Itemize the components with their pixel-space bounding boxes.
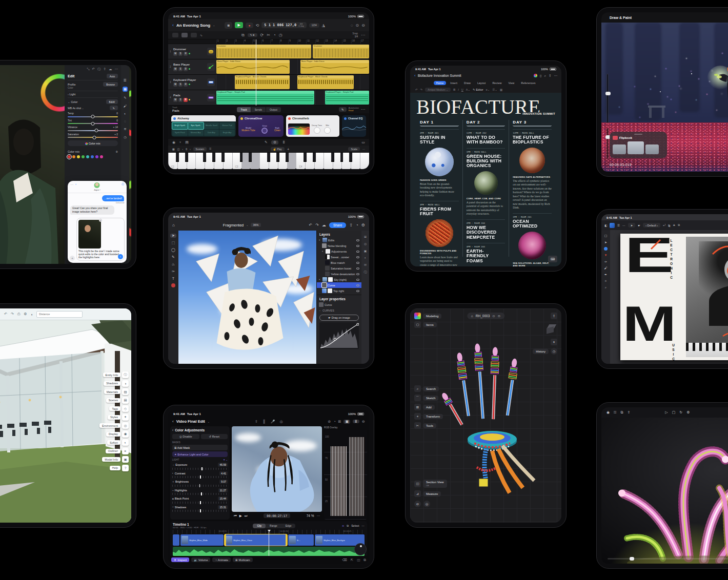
- bar-ruler[interactable]: 1234567891011121314151617: [168, 39, 369, 44]
- piano-keyboard[interactable]: C2 C3 C4: [168, 152, 369, 169]
- add-attachment-button[interactable]: +: [70, 256, 75, 261]
- mic-icon[interactable]: 🎤: [271, 420, 275, 424]
- visibility-icon[interactable]: [356, 251, 359, 253]
- eyedropper-icon[interactable]: ✎: [110, 106, 118, 110]
- layer-row[interactable]: ▾Sky (right): [317, 277, 361, 282]
- notifications-icon[interactable]: ◖: [31, 313, 33, 316]
- browse-button[interactable]: Browse: [103, 82, 118, 87]
- automation-icon[interactable]: ∿: [200, 33, 203, 37]
- solo-button[interactable]: S: [178, 67, 183, 71]
- tools-icon[interactable]: ✂: [414, 422, 421, 429]
- panel-button[interactable]: Display◉: [106, 431, 129, 438]
- record-enable-button[interactable]: R: [184, 67, 188, 71]
- text-color-icon[interactable]: A⌄: [466, 88, 470, 91]
- copy-icon[interactable]: ⧉: [347, 524, 349, 528]
- mute-button[interactable]: M: [173, 82, 177, 87]
- more-icon[interactable]: ⋯: [362, 148, 365, 151]
- layer-row[interactable]: Noise blending: [317, 243, 361, 248]
- visibility-icon[interactable]: [356, 262, 359, 264]
- wand-icon[interactable]: ✦ ⌄: [223, 459, 228, 461]
- solo-button[interactable]: S: [178, 82, 183, 87]
- crop-tool-icon[interactable]: ⌗: [605, 279, 606, 283]
- wb-value[interactable]: As shot: [72, 107, 81, 110]
- drag-handle[interactable]: [634, 134, 642, 135]
- select-tool-icon[interactable]: ▢: [604, 234, 608, 237]
- font-selector[interactable]: Antipol Medium ⌄: [425, 88, 451, 92]
- style-value[interactable]: Clean: [274, 129, 280, 132]
- panel-button[interactable]: Shadows◑: [104, 380, 129, 387]
- foreground-color-swatch[interactable]: [171, 283, 175, 287]
- piano-white-key[interactable]: [214, 153, 223, 169]
- versions-icon[interactable]: ≋: [124, 127, 126, 131]
- channel-eq-plugin[interactable]: Channel EQ: [342, 115, 366, 137]
- curves-graph[interactable]: [319, 322, 359, 349]
- lcd-display[interactable]: 5 1 1 086 127,0 4/4C maj: [261, 22, 306, 29]
- arrange-icon[interactable]: ✛: [287, 148, 289, 151]
- more-icon[interactable]: ⋯: [361, 107, 365, 112]
- panel-button[interactable]: Environment◎: [99, 422, 129, 429]
- playhead[interactable]: [256, 39, 256, 106]
- animate-button[interactable]: ◔ Animate: [212, 557, 231, 562]
- tuner-icon[interactable]: ◉: [172, 140, 175, 144]
- model-value[interactable]: Modern Tube: [241, 129, 255, 132]
- mode-tab[interactable]: Edge: [281, 524, 296, 528]
- piano-white-key[interactable]: [360, 153, 369, 169]
- menu-icon[interactable]: ☰: [617, 224, 620, 227]
- auto-button[interactable]: Auto: [107, 74, 118, 78]
- split-icon[interactable]: ◫: [357, 558, 360, 562]
- history-clock-icon[interactable]: ◷: [551, 348, 557, 355]
- view-settings-icon[interactable]: ✦: [551, 339, 557, 345]
- color-section[interactable]: Color: [71, 100, 77, 103]
- panel-button[interactable]: Help?: [110, 465, 129, 471]
- eyedropper-tool-icon[interactable]: ✑: [172, 270, 175, 274]
- zoom-level[interactable]: 36%: [251, 223, 260, 227]
- keyboard-icon[interactable]: [207, 78, 215, 86]
- solo-button[interactable]: S: [178, 98, 183, 102]
- prev-frame-icon[interactable]: ⏮: [234, 514, 237, 518]
- add-icon[interactable]: ⊞: [414, 404, 421, 410]
- info-icon[interactable]: ⓘ: [97, 67, 101, 72]
- piano-white-key[interactable]: [287, 153, 296, 169]
- region[interactable]: Keyboard Player - Simple Pad: [216, 91, 314, 105]
- zoom-level[interactable]: 74 %: [307, 514, 314, 517]
- editor-button[interactable]: ✎ Editor: [473, 88, 483, 91]
- track-name[interactable]: Pads: [173, 94, 206, 97]
- preset-cell[interactable]: Bright Synth: [172, 122, 188, 129]
- piano-white-key[interactable]: [223, 153, 232, 169]
- temp-slider[interactable]: Temp0: [68, 112, 118, 117]
- bold-button[interactable]: B: [453, 88, 455, 91]
- brush-size-slider[interactable]: [606, 74, 609, 123]
- exposure-slider[interactable]: ☼Exposure45.59: [172, 463, 228, 470]
- select-button[interactable]: Select: [351, 524, 359, 527]
- play-mode-button[interactable]: ☝ Play: [271, 147, 285, 151]
- disable-button[interactable]: ◎ Disable: [172, 434, 199, 439]
- metronome-icon[interactable]: ◮: [322, 23, 325, 28]
- more-icon[interactable]: ⋯: [622, 224, 625, 227]
- transform-icon[interactable]: ⌖: [414, 413, 421, 420]
- ribbon-tab[interactable]: References: [518, 81, 538, 85]
- back-icon[interactable]: ‹: [172, 23, 174, 28]
- visibility-icon[interactable]: [356, 239, 359, 241]
- frame-thumbnail[interactable]: [645, 144, 659, 154]
- pencil-tool[interactable]: ✎ ✥: [248, 33, 257, 37]
- grid-icon[interactable]: ⊞: [338, 420, 341, 424]
- panel-button[interactable]: Model Info▣: [102, 456, 129, 463]
- light-section[interactable]: Light: [69, 93, 75, 96]
- document-name[interactable]: Fragmented: [223, 223, 244, 227]
- preset-selector[interactable]: ‹ Default ›: [643, 223, 660, 227]
- chromaglow-plugin[interactable]: ChromaGlow ModelModern Tube Drive StyleC…: [238, 115, 284, 137]
- piano-white-key[interactable]: [177, 153, 187, 169]
- palette-icon[interactable]: [534, 74, 537, 77]
- minimize-icon[interactable]: ⊖: [361, 23, 365, 28]
- section-view-button[interactable]: Section ViewOff: [423, 480, 447, 488]
- more-icon[interactable]: ⋯: [554, 74, 558, 78]
- zoom-tool-icon[interactable]: ⌕: [605, 286, 606, 289]
- project-title[interactable]: Video Final Edit: [176, 419, 205, 424]
- back-icon[interactable]: ‹: [172, 419, 174, 424]
- orientation-cube[interactable]: [545, 323, 556, 335]
- sustain-button[interactable]: Sustain: [193, 147, 207, 151]
- redo-icon[interactable]: ↷: [315, 223, 319, 227]
- timeline-scrubber[interactable]: [608, 558, 728, 560]
- modeling-button[interactable]: Modeling: [423, 314, 441, 319]
- poster-artboard[interactable]: E LECTRONIC M USIC: [620, 234, 728, 360]
